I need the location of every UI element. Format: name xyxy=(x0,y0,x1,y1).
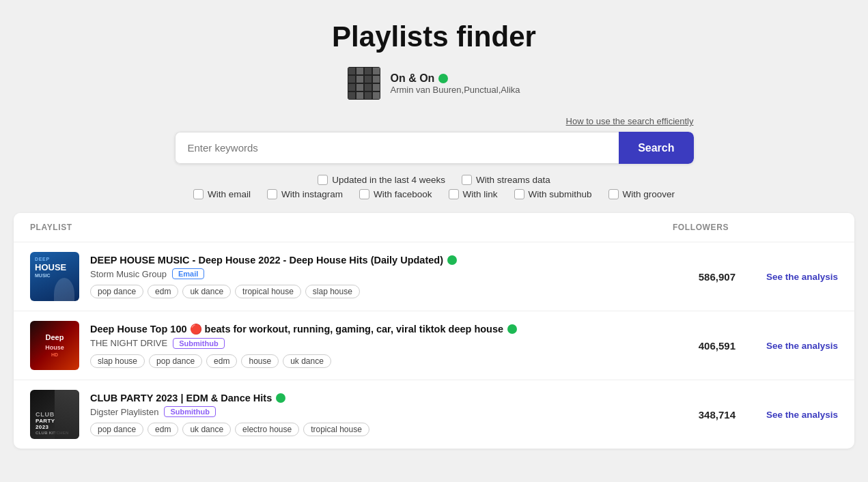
filter-last4weeks-checkbox[interactable] xyxy=(318,175,328,185)
search-button[interactable]: Search xyxy=(619,132,693,164)
spotify-icon-3 xyxy=(276,393,285,403)
filter-facebook-checkbox[interactable] xyxy=(359,189,369,199)
followers-count-1: 586,907 xyxy=(674,271,736,283)
track-details: On & On Armin van Buuren,Punctual,Alika xyxy=(390,72,520,95)
playlist-curator-2: THE NIGHT DRIVE Submithub xyxy=(90,338,663,349)
filter-streams[interactable]: With streams data xyxy=(462,175,550,185)
table-row: Deep House HD Deep House Top 100 🔴 beats… xyxy=(14,311,854,380)
filter-streams-checkbox[interactable] xyxy=(462,175,472,185)
track-name: On & On xyxy=(390,72,520,85)
right-section-1: 586,907 See the analysis xyxy=(674,271,838,283)
followers-count-2: 406,591 xyxy=(674,340,736,352)
tag[interactable]: edm xyxy=(206,354,237,368)
see-analysis-link-2[interactable]: See the analysis xyxy=(756,341,838,351)
filter-submithub-checkbox[interactable] xyxy=(514,189,524,199)
track-thumbnail xyxy=(348,67,380,100)
filter-last4weeks[interactable]: Updated in the last 4 weeks xyxy=(318,175,445,185)
tag[interactable]: edm xyxy=(148,423,178,436)
table-row: DEEP HOUSE MUSIC DEEP HOUSE MUSIC - Deep… xyxy=(14,242,854,311)
playlist-curator-1: Storm Music Group Email xyxy=(90,268,663,279)
column-playlist-label: PLAYLIST xyxy=(30,223,72,232)
right-section-2: 406,591 See the analysis xyxy=(674,340,838,352)
table-row: CLUB PARTY2023 CLUB KITCHEN CLUB PARTY 2… xyxy=(14,380,854,449)
search-section: How to use the search efficiently Search xyxy=(175,116,694,164)
tag-list-1: pop dance edm uk dance tropical house sl… xyxy=(90,285,663,298)
see-analysis-link-1[interactable]: See the analysis xyxy=(756,272,838,282)
filter-email[interactable]: With email xyxy=(193,189,251,199)
badge-submithub-2[interactable]: Submithub xyxy=(173,338,224,349)
filter-instagram-checkbox[interactable] xyxy=(267,189,277,199)
playlist-title-3: CLUB PARTY 2023 | EDM & Dance Hits xyxy=(90,393,663,403)
filter-row-2: With email With instagram With facebook … xyxy=(175,189,694,199)
tag[interactable]: uk dance xyxy=(283,354,331,368)
tag[interactable]: electro house xyxy=(235,423,299,436)
filter-link[interactable]: With link xyxy=(449,189,498,199)
filter-groover[interactable]: With groover xyxy=(608,189,675,199)
badge-email-1[interactable]: Email xyxy=(172,268,204,279)
tag[interactable]: slap house xyxy=(305,285,360,298)
tag[interactable]: pop dance xyxy=(90,285,143,298)
tag[interactable]: pop dance xyxy=(90,423,143,436)
filter-link-checkbox[interactable] xyxy=(449,189,459,199)
see-analysis-link-3[interactable]: See the analysis xyxy=(756,410,838,420)
page-title: Playlists finder xyxy=(14,20,854,53)
search-hint-link[interactable]: How to use the search efficiently xyxy=(175,116,694,126)
filter-row-1: Updated in the last 4 weeks With streams… xyxy=(175,175,694,185)
spotify-icon-2 xyxy=(507,324,517,334)
tag-list-3: pop dance edm uk dance electro house tro… xyxy=(90,423,663,436)
tag[interactable]: tropical house xyxy=(235,285,301,298)
playlist-title-2: Deep House Top 100 🔴 beats for workout, … xyxy=(90,324,663,335)
filter-facebook[interactable]: With facebook xyxy=(359,189,432,199)
search-input[interactable] xyxy=(175,132,619,164)
track-artists: Armin van Buuren,Punctual,Alika xyxy=(390,85,520,95)
playlist-info-3: CLUB PARTY 2023 | EDM & Dance Hits Digst… xyxy=(90,393,663,436)
playlist-cover-2: Deep House HD xyxy=(30,321,79,370)
results-header: PLAYLIST FOLLOWERS xyxy=(14,213,854,242)
filter-instagram[interactable]: With instagram xyxy=(267,189,343,199)
tag[interactable]: slap house xyxy=(90,354,145,368)
badge-submithub-3[interactable]: Submithub xyxy=(164,406,215,417)
filter-submithub[interactable]: With submithub xyxy=(514,189,592,199)
playlist-curator-3: Digster Playlisten Submithub xyxy=(90,406,663,417)
playlist-cover-1: DEEP HOUSE MUSIC xyxy=(30,252,79,301)
results-section: PLAYLIST FOLLOWERS DEEP HOUSE MUSIC DEEP… xyxy=(14,213,854,449)
tag[interactable]: tropical house xyxy=(303,423,369,436)
tag[interactable]: pop dance xyxy=(149,354,202,368)
playlist-info-2: Deep House Top 100 🔴 beats for workout, … xyxy=(90,324,663,368)
followers-count-3: 348,714 xyxy=(674,409,736,421)
tag-list-2: slap house pop dance edm house uk dance xyxy=(90,354,663,368)
playlist-title-1: DEEP HOUSE MUSIC - Deep House 2022 - Dee… xyxy=(90,255,663,266)
filter-groover-checkbox[interactable] xyxy=(608,189,619,199)
search-bar: Search xyxy=(175,132,694,164)
playlist-cover-3: CLUB PARTY2023 CLUB KITCHEN xyxy=(30,390,79,439)
tag[interactable]: uk dance xyxy=(182,423,231,436)
column-followers-label: FOLLOWERS xyxy=(673,223,729,232)
filter-email-checkbox[interactable] xyxy=(193,189,204,199)
tag[interactable]: house xyxy=(241,354,279,368)
filters-wrapper: Updated in the last 4 weeks With streams… xyxy=(175,175,694,199)
tag[interactable]: uk dance xyxy=(182,285,231,298)
right-section-3: 348,714 See the analysis xyxy=(674,409,838,421)
tag[interactable]: edm xyxy=(148,285,178,298)
playlist-info-1: DEEP HOUSE MUSIC - Deep House 2022 - Dee… xyxy=(90,255,663,298)
spotify-verified-icon xyxy=(438,74,448,83)
spotify-icon-1 xyxy=(447,255,457,265)
track-info-section: On & On Armin van Buuren,Punctual,Alika xyxy=(14,67,854,100)
